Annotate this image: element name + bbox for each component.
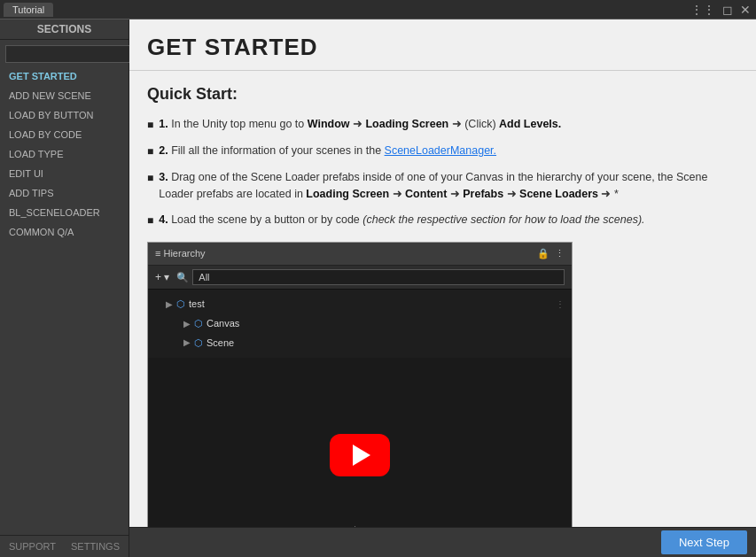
close-icon[interactable]: ✕ [738,3,752,17]
title-bar-controls: ⋮⋮ ◻ ✕ [689,3,752,17]
chevron-icon-2: ▶ [183,317,191,331]
search-area: ✕ [0,40,129,66]
canvas-icon: ⬡ [194,316,203,332]
sidebar-item-add-tips[interactable]: ADD TIPS [0,183,129,203]
step-4-bullet: ■ [147,213,153,229]
sidebar-item-load-by-button[interactable]: LOAD BY BUTTON [0,105,129,125]
tree-item-scene-label: Scene [207,336,234,352]
settings-link[interactable]: SETTINGS [71,541,120,552]
sidebar: SECTIONS ✕ GET STARTED ADD NEW SCENE LOA… [0,19,129,557]
sidebar-item-common-qa[interactable]: COMMON Q/A [0,222,129,242]
tree-item-canvas-label: Canvas [207,316,239,332]
chevron-icon: ▶ [166,298,173,312]
quick-start-title: Quick Start: [147,81,738,107]
hierarchy-menu-icon[interactable]: ⋮ [555,246,565,262]
sidebar-item-add-new-scene[interactable]: ADD NEW SCENE [0,86,129,105]
step-4: ■ 4. Load the scene by a button or by co… [147,212,738,229]
hierarchy-search-input[interactable] [192,269,565,285]
content-header: GET STARTED [129,19,756,71]
scene-icon: ⬡ [194,336,203,352]
video-container: ≡ Hierarchy 🔒 ⋮ + ▾ 🔍 [147,242,573,557]
sidebar-item-load-by-code[interactable]: LOAD BY CODE [0,125,129,144]
content-area[interactable]: GET STARTED Quick Start: ■ 1. In the Uni… [129,19,756,557]
video-area[interactable] [148,358,572,553]
play-triangle-icon [353,445,370,466]
hierarchy-add-button[interactable]: + ▾ [155,271,169,283]
step-1-bullet: ■ [147,117,153,134]
sidebar-nav: GET STARTED ADD NEW SCENE LOAD BY BUTTON… [0,66,129,535]
restore-icon[interactable]: ◻ [721,3,735,17]
sidebar-footer: SUPPORT SETTINGS [0,535,129,557]
step-2-text: 2. Fill all the information of your scen… [159,143,496,159]
step-3-text: 3. Drag one of the Scene Loader prefabs … [159,169,738,203]
content-body: Quick Start: ■ 1. In the Unity top menu … [129,71,756,557]
menu-icon[interactable]: ⋮⋮ [689,3,717,17]
chevron-icon-3: ▶ [183,336,191,350]
main-area: SECTIONS ✕ GET STARTED ADD NEW SCENE LOA… [0,19,756,557]
step-3-bullet: ■ [147,170,153,187]
hierarchy-tree: ▶ ⬡ test ⋮ ▶ ⬡ Canvas ▶ ⬡ [148,290,572,358]
bottom-bar: Next Step [129,527,756,557]
step-2-bullet: ■ [147,143,153,160]
sidebar-item-get-started[interactable]: GET STARTED [0,66,129,86]
search-icon: 🔍 [176,270,189,286]
support-link[interactable]: SUPPORT [9,541,56,552]
youtube-play-button[interactable] [330,434,390,476]
tree-item-scene[interactable]: ▶ ⬡ Scene [148,334,572,353]
sidebar-header: SECTIONS [0,19,129,40]
title-bar-tab[interactable]: Tutorial [4,3,53,17]
step-4-text: 4. Load the scene by a button or by code… [159,212,644,228]
hierarchy-toolbar: + ▾ 🔍 [148,266,572,290]
unity-object-icon: ⬡ [176,297,185,313]
tree-item-canvas[interactable]: ▶ ⬡ Canvas [148,314,572,334]
step-1-text: 1. In the Unity top menu go to Window ➜ … [159,116,561,133]
sidebar-item-edit-ui[interactable]: EDIT UI [0,164,129,183]
hierarchy-header: ≡ Hierarchy 🔒 ⋮ [148,243,572,267]
hierarchy-lock-icon[interactable]: 🔒 [537,246,549,262]
title-bar: Tutorial ⋮⋮ ◻ ✕ [0,0,756,19]
page-title: GET STARTED [147,34,738,61]
tree-item-test[interactable]: ▶ ⬡ test ⋮ [148,295,572,314]
step-1: ■ 1. In the Unity top menu go to Window … [147,116,738,134]
search-input[interactable] [5,45,136,63]
step-2: ■ 2. Fill all the information of your sc… [147,143,738,160]
tree-item-menu[interactable]: ⋮ [556,298,565,312]
sidebar-item-load-type[interactable]: LOAD TYPE [0,144,129,164]
app-container: SECTIONS ✕ GET STARTED ADD NEW SCENE LOA… [0,19,756,557]
step-3: ■ 3. Drag one of the Scene Loader prefab… [147,169,738,203]
hierarchy-title: ≡ Hierarchy [155,246,206,262]
sidebar-item-bl-sceneloader[interactable]: BL_SCENELOADER [0,203,129,222]
tree-item-label: test [189,297,205,313]
next-step-button[interactable]: Next Step [661,530,747,554]
scene-loader-manager-link[interactable]: SceneLoaderManager. [385,144,496,157]
